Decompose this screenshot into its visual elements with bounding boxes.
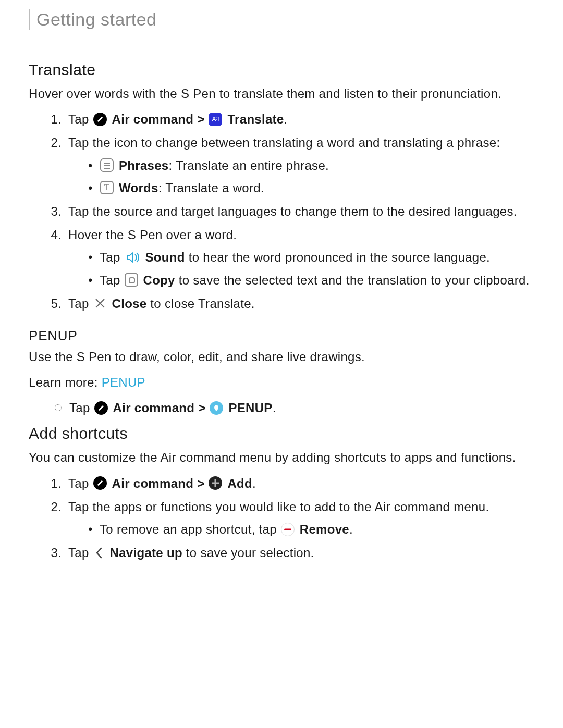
- breadcrumb-text: Getting started: [36, 9, 157, 29]
- air-command-icon: [93, 113, 107, 126]
- document-page: Getting started Translate Hover over wor…: [0, 9, 563, 728]
- copy-icon: [125, 273, 138, 287]
- translate-step-5: Tap Close to close Translate.: [65, 294, 534, 313]
- shortcuts-intro: You can customize the Air command menu b…: [29, 448, 534, 467]
- translate-step-4-sub: Tap Sound to hear the word pronounced in…: [68, 248, 534, 289]
- penup-icon: [210, 401, 223, 415]
- shortcuts-steps: Tap Air command > Add. Tap the apps or f…: [29, 474, 534, 563]
- remove-item: To remove an app shortcut, tap Remove.: [88, 520, 534, 539]
- translate-step-2-sub: Phrases: Translate an entire phrase. T W…: [68, 156, 534, 198]
- heading-add-shortcuts: Add shortcuts: [29, 425, 534, 442]
- copy-item: Tap Copy to save the selected text and t…: [88, 270, 534, 290]
- sound-icon: [125, 251, 140, 264]
- heading-translate: Translate: [29, 61, 534, 79]
- air-command-icon: [94, 401, 108, 415]
- penup-intro: Use the S Pen to draw, color, edit, and …: [29, 347, 534, 366]
- translate-step-2: Tap the icon to change between translati…: [65, 133, 534, 198]
- navigate-up-icon: [93, 546, 105, 560]
- shortcuts-step-2-sub: To remove an app shortcut, tap Remove.: [68, 520, 534, 539]
- breadcrumb: Getting started: [29, 9, 534, 30]
- phrases-item: Phrases: Translate an entire phrase.: [88, 156, 534, 175]
- words-icon: T: [100, 181, 114, 194]
- translate-step-1: Tap Air command > A가 Translate.: [65, 109, 534, 129]
- shortcuts-step-3: Tap Navigate up to save your selection.: [65, 543, 534, 562]
- words-item: T Words: Translate a word.: [88, 178, 534, 198]
- remove-icon: [281, 523, 295, 536]
- penup-link[interactable]: PENUP: [102, 375, 145, 389]
- sound-item: Tap Sound to hear the word pronounced in…: [88, 248, 534, 267]
- translate-step-3: Tap the source and target languages to c…: [65, 202, 534, 221]
- heading-penup: PENUP: [29, 328, 534, 344]
- air-command-icon: [93, 476, 107, 490]
- penup-steps: Tap Air command > PENUP.: [29, 398, 534, 417]
- shortcuts-step-1: Tap Air command > Add.: [65, 474, 534, 493]
- translate-icon: A가: [209, 113, 222, 126]
- translate-step-4: Hover the S Pen over a word. Tap Sound t…: [65, 225, 534, 290]
- penup-learn-more: Learn more: PENUP: [29, 373, 534, 392]
- add-icon: [209, 476, 222, 490]
- shortcuts-step-2: Tap the apps or functions you would like…: [65, 497, 534, 539]
- penup-step-1: Tap Air command > PENUP.: [55, 398, 534, 417]
- translate-intro: Hover over words with the S Pen to trans…: [29, 84, 534, 103]
- translate-steps: Tap Air command > A가 Translate. Tap the …: [29, 109, 534, 313]
- close-icon: [93, 297, 107, 310]
- phrases-icon: [100, 158, 114, 172]
